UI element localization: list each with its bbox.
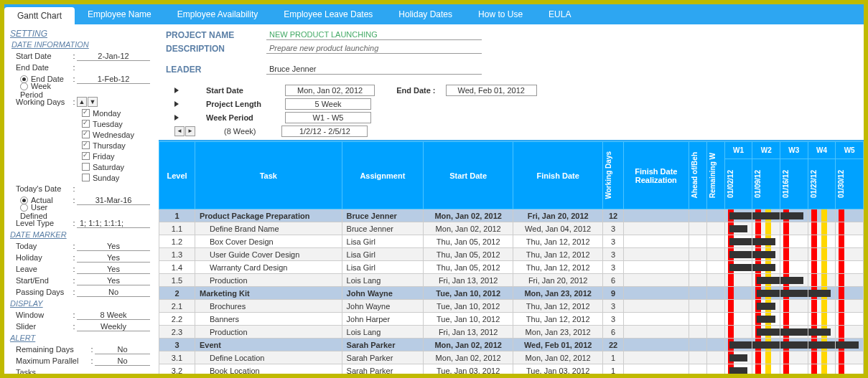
wd-down-button[interactable]: ▼ (88, 97, 98, 107)
gantt-cell (836, 209, 864, 222)
gantt-cell (752, 300, 780, 313)
alert-header: ALERT (10, 334, 153, 342)
table-row[interactable]: 3.2Book LocationSarah ParkerTue, Jan 03,… (159, 364, 864, 374)
gantt-cell (780, 222, 808, 235)
col-ahead[interactable]: Ahead of/Beh (689, 142, 706, 209)
table-row[interactable]: 3.1Define LocationSarah ParkerMon, Jan 0… (159, 351, 864, 364)
table-row[interactable]: 2.2BannersJohn HarperTue, Jan 10, 2012Th… (159, 313, 864, 326)
radio-weekperiod[interactable] (20, 82, 28, 90)
window-input[interactable]: 8 Week (77, 311, 150, 320)
leveltype-input[interactable]: 1; 1:1; 1:1:1; (77, 219, 150, 228)
remaining-input[interactable]: No (95, 345, 150, 354)
col-task[interactable]: Task (195, 142, 342, 209)
check-saturday[interactable] (82, 163, 90, 171)
marker-holiday-input[interactable]: Yes (77, 253, 150, 263)
maxparallel-input[interactable]: No (95, 356, 150, 366)
table-row[interactable]: 1.1Define Brand NameBruce JennerMon, Jan… (159, 222, 864, 235)
gantt-cell (752, 364, 780, 374)
col-workingdays[interactable]: Working Days (603, 142, 624, 209)
gantt-cell (780, 261, 808, 274)
tab-emp-name[interactable]: Employee Name (75, 4, 164, 24)
proj-name-value[interactable]: NEW PRODUCT LAUNCHING (266, 29, 482, 40)
table-row[interactable]: 1Product Package PreparationBruce Jenner… (159, 209, 864, 222)
tab-emp-leave[interactable]: Employee Leave Dates (271, 4, 386, 24)
gantt-cell (808, 326, 836, 339)
gantt-cell (808, 351, 836, 364)
leader-value[interactable]: Bruce Jenner (266, 64, 482, 75)
table-row[interactable]: 2Marketing KitJohn WayneTue, Jan 10, 201… (159, 287, 864, 300)
info-weekperiod: W1 - W5 (285, 112, 371, 123)
table-row[interactable]: 1.5ProductionLois LangFri, Jan 13, 2012F… (159, 274, 864, 287)
gantt-cell (724, 222, 752, 235)
check-sunday[interactable] (82, 174, 90, 181)
col-w5[interactable]: W5 (836, 142, 864, 159)
scroll-buttons[interactable]: ◄► (174, 126, 195, 136)
tab-holiday[interactable]: Holiday Dates (386, 4, 465, 24)
gantt-cell (752, 287, 780, 300)
col-realization[interactable]: Finish Date Realization (623, 142, 689, 209)
gantt-cell (808, 339, 836, 351)
gantt-cell (752, 313, 780, 326)
triangle-icon (174, 88, 179, 93)
check-wednesday[interactable] (82, 131, 90, 138)
table-row[interactable]: 1.3User Guide Cover DesignLisa GirlThu, … (159, 248, 864, 261)
settings-sidebar: SETTING DATE INFORMATION Start Date:2-Ja… (4, 24, 159, 374)
col-w1[interactable]: W1 (724, 142, 752, 159)
slider-input[interactable]: Weekly (77, 322, 150, 331)
gantt-cell (808, 261, 836, 274)
gantt-grid[interactable]: Level Task Assignment Start Date Finish … (159, 140, 864, 374)
check-monday[interactable] (82, 109, 90, 117)
startdate-input[interactable]: 2-Jan-12 (77, 52, 150, 61)
col-remaining[interactable]: Remaining W (706, 142, 724, 209)
scroll-left-icon[interactable]: ◄ (174, 126, 185, 136)
wd-friday: Friday (93, 152, 115, 161)
gantt-cell (780, 364, 808, 374)
desc-value[interactable]: Prepare new product launching (266, 43, 482, 54)
check-friday[interactable] (82, 152, 90, 160)
triangle-icon (174, 115, 179, 121)
dateinfo-header: DATE INFORMATION (11, 40, 153, 49)
today-input[interactable]: 31-Mar-16 (77, 196, 150, 205)
tab-emp-avail[interactable]: Employee Availability (164, 4, 271, 24)
tab-eula[interactable]: EULA (536, 4, 584, 24)
gantt-cell (724, 248, 752, 261)
marker-leave-input[interactable]: Yes (77, 265, 150, 274)
todaysdate-label: Today's Date (10, 184, 71, 193)
tab-gantt[interactable]: Gantt Chart (4, 7, 75, 24)
check-thursday[interactable] (82, 141, 90, 149)
check-tuesday[interactable] (82, 120, 90, 128)
tab-howto[interactable]: How to Use (465, 4, 536, 24)
scroll-right-icon[interactable]: ► (185, 126, 195, 136)
project-info: PROJECT NAMENEW PRODUCT LAUNCHING DESCRI… (159, 24, 864, 140)
marker-startend-input[interactable]: Yes (77, 276, 150, 285)
col-w2[interactable]: W2 (752, 142, 780, 159)
gantt-cell (836, 351, 864, 364)
col-assignment[interactable]: Assignment (342, 142, 424, 209)
gantt-cell (780, 300, 808, 313)
marker-today-input[interactable]: Yes (77, 242, 150, 251)
gantt-cell (808, 300, 836, 313)
col-startdate[interactable]: Start Date (424, 142, 513, 209)
display-header: DISPLAY (10, 299, 153, 308)
wd-saturday: Saturday (93, 163, 124, 171)
table-row[interactable]: 2.3ProductionLois LangFri, Jan 13, 2012M… (159, 326, 864, 339)
gantt-cell (724, 235, 752, 248)
marker-passing-input[interactable]: No (77, 288, 150, 297)
table-row[interactable]: 3EventSarah ParkerMon, Jan 02, 2012Wed, … (159, 339, 864, 351)
col-level[interactable]: Level (159, 142, 195, 209)
col-finishdate[interactable]: Finish Date (513, 142, 603, 209)
wd-wednesday: Wednesday (93, 131, 134, 139)
col-w4[interactable]: W4 (808, 142, 836, 159)
col-w3[interactable]: W3 (780, 142, 808, 159)
table-row[interactable]: 1.4Warranty Card DesignLisa GirlThu, Jan… (159, 261, 864, 274)
table-row[interactable]: 2.1BrochuresJohn WayneTue, Jan 10, 2012T… (159, 300, 864, 313)
wd-up-button[interactable]: ▲ (77, 97, 87, 107)
enddate-input[interactable]: 1-Feb-12 (77, 75, 150, 84)
radio-userdef[interactable] (20, 204, 28, 212)
gantt-cell (724, 300, 752, 313)
table-row[interactable]: 1.2Box Cover DesignLisa GirlThu, Jan 05,… (159, 235, 864, 248)
gantt-cell (808, 287, 836, 300)
gantt-app: Gantt Chart Employee Name Employee Avail… (4, 4, 864, 374)
gantt-cell (836, 261, 864, 274)
wd-sunday: Sunday (93, 174, 119, 182)
